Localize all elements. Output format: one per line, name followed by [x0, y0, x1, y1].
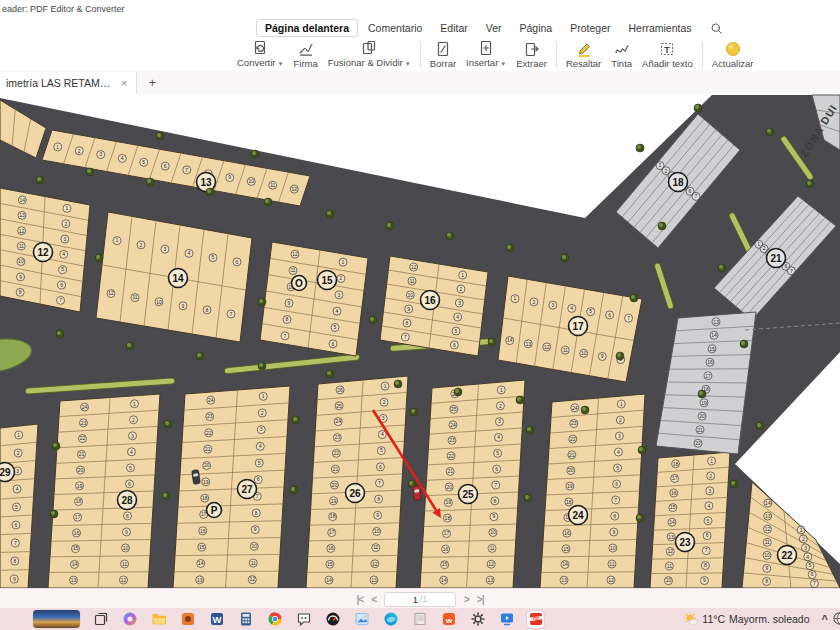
prev-page-button[interactable]: <	[371, 594, 376, 605]
svg-text:12: 12	[292, 251, 298, 257]
document-tab-bar: imetría LAS RETAMAS... × +	[0, 71, 840, 95]
svg-text:8: 8	[206, 307, 209, 313]
new-tab-button[interactable]: +	[148, 75, 156, 90]
document-tab-title: imetría LAS RETAMAS...	[6, 77, 114, 89]
svg-text:7: 7	[378, 480, 381, 486]
menu-item-editar[interactable]: Editar	[432, 20, 475, 36]
search-button[interactable]	[710, 22, 723, 35]
convert-icon	[252, 40, 268, 56]
svg-text:14: 14	[20, 197, 26, 203]
taskbar-icon-calculator[interactable]	[237, 611, 254, 628]
svg-text:9: 9	[13, 576, 16, 582]
svg-text:3: 3	[458, 300, 461, 306]
resaltar-button[interactable]: Resaltar	[561, 41, 606, 69]
taskbar-icon-wps[interactable]: w	[440, 611, 457, 628]
fusionar-dividir-button[interactable]: Fusionar & Dividir▼	[323, 40, 416, 70]
svg-text:8: 8	[493, 498, 496, 504]
convertir-button[interactable]: Convertir▼	[232, 40, 289, 70]
svg-text:6: 6	[495, 466, 498, 472]
taskbar-icon-settings[interactable]	[469, 611, 486, 628]
svg-text:9: 9	[407, 306, 410, 312]
document-tab[interactable]: imetría LAS RETAMAS... ×	[0, 72, 137, 94]
svg-text:12: 12	[291, 186, 297, 192]
widgets-thumbnail[interactable]	[33, 610, 80, 628]
svg-text:1: 1	[710, 458, 713, 464]
extraer-button[interactable]: Extraer	[511, 41, 552, 69]
menu-item-herramientas[interactable]: Herramientas	[621, 20, 700, 36]
svg-text:8: 8	[704, 562, 707, 568]
block-number-16: 16	[421, 291, 440, 310]
svg-text:6: 6	[689, 188, 692, 194]
svg-text:22: 22	[695, 440, 701, 446]
svg-text:23: 23	[679, 537, 691, 548]
svg-text:10: 10	[490, 529, 496, 535]
taskbar-icon-chat[interactable]	[295, 611, 312, 628]
copilot-icon	[122, 611, 138, 627]
taskbar-icon-file-explorer[interactable]	[150, 611, 167, 628]
taskbar-icon-word[interactable]: W	[208, 611, 225, 628]
svg-text:11: 11	[290, 267, 295, 273]
tab-close-icon[interactable]: ×	[121, 77, 127, 89]
highlight-icon	[576, 41, 592, 57]
añadir-texto-button[interactable]: TAñadir texto	[637, 41, 698, 69]
svg-text:2: 2	[65, 221, 68, 227]
weather-sun-cloud-icon[interactable]	[683, 611, 698, 628]
tinta-button[interactable]: Tinta	[606, 41, 637, 69]
menu-item-proteger[interactable]: Proteger	[562, 20, 618, 36]
svg-text:1: 1	[133, 401, 136, 407]
svg-text:9: 9	[19, 274, 22, 280]
svg-text:14: 14	[765, 500, 771, 506]
menu-item-pagina[interactable]: Página	[512, 20, 561, 36]
borrar-button[interactable]: Borrar	[425, 41, 461, 69]
svg-text:24: 24	[82, 404, 88, 410]
taskbar-icon-copilot[interactable]	[121, 611, 138, 628]
svg-text:12: 12	[37, 247, 49, 258]
last-page-button[interactable]: >|	[477, 594, 484, 605]
svg-text:12: 12	[411, 264, 417, 270]
firma-button[interactable]: Firma	[289, 41, 323, 69]
svg-text:23: 23	[334, 434, 340, 440]
svg-text:8: 8	[126, 513, 129, 519]
weather-condition[interactable]: Mayorm. soleado	[729, 613, 810, 625]
taskbar-icon-store-orange[interactable]	[179, 611, 196, 628]
svg-text:19: 19	[567, 483, 573, 489]
sun-cloud-icon	[683, 611, 698, 626]
menu-item-pagina-delantera[interactable]: Página delantera	[256, 19, 358, 37]
insertar-button[interactable]: Insertar▼	[461, 40, 511, 70]
svg-text:3: 3	[260, 426, 263, 432]
block-number-O: O	[292, 276, 307, 291]
taskbar-icon-movies-tv[interactable]	[498, 611, 515, 628]
next-page-button[interactable]: >	[464, 594, 469, 605]
taskbar-icon-book[interactable]	[411, 611, 428, 628]
taskbar-icon-gauge[interactable]	[324, 611, 341, 628]
document-canvas[interactable]: 1234567891011121234567891011121314123456…	[0, 94, 840, 588]
actualizar-button[interactable]: Actualizar	[707, 41, 759, 69]
taskbar-icon-edge[interactable]	[382, 611, 399, 628]
svg-text:11: 11	[489, 545, 494, 551]
taskbar-icon-chrome[interactable]	[266, 611, 283, 628]
svg-text:8: 8	[13, 558, 16, 564]
taskbar-icon-foxit-pdf[interactable]: PDF	[527, 611, 544, 628]
svg-text:7: 7	[256, 493, 259, 499]
weather-temperature[interactable]: 11°C	[702, 613, 725, 625]
convertir-label: Convertir▼	[237, 57, 284, 70]
svg-text:16: 16	[564, 530, 570, 536]
first-page-button[interactable]: |<	[357, 594, 364, 605]
taskbar-icon-task-view[interactable]	[92, 611, 109, 628]
menu-item-ver[interactable]: Ver	[478, 20, 510, 36]
tray-chevron-up-icon[interactable]: ^	[822, 613, 828, 625]
svg-text:13: 13	[197, 577, 203, 583]
svg-text:15: 15	[199, 544, 205, 550]
svg-text:14: 14	[562, 561, 568, 567]
svg-text:13: 13	[371, 577, 377, 583]
network-globe-icon[interactable]	[832, 611, 840, 628]
svg-text:5: 5	[15, 504, 18, 510]
menu-item-comentario[interactable]: Comentario	[360, 20, 430, 36]
svg-text:7: 7	[14, 540, 17, 546]
gauge-icon	[325, 611, 341, 627]
page-number-input[interactable]: 1 /1	[384, 592, 456, 607]
taskbar-icon-photos[interactable]	[353, 611, 370, 628]
current-page: 1	[413, 594, 418, 605]
svg-text:16: 16	[74, 530, 80, 536]
svg-text:3: 3	[16, 468, 19, 474]
